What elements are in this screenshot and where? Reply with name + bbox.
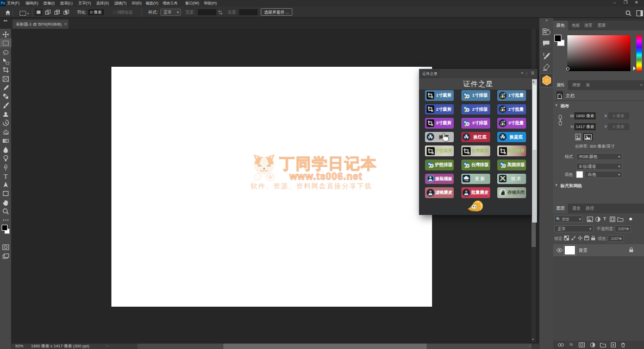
svg-text:T: T — [4, 173, 8, 180]
